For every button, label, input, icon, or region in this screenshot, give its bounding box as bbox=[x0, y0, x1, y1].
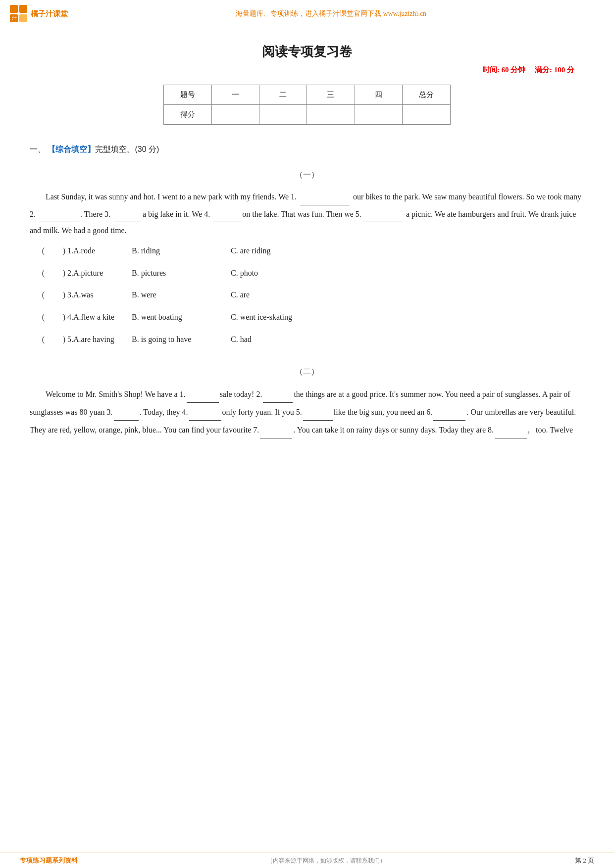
score-table: 题号 一 二 三 四 总分 得分 bbox=[163, 85, 451, 125]
svg-text:汁: 汁 bbox=[12, 15, 17, 21]
header-tagline: 海量题库、专项训练，进入橘子汁课堂官网下载 www.juzizhi.cn bbox=[78, 9, 584, 18]
time-label: 时间: bbox=[482, 66, 500, 74]
page-footer: 专项练习题系列资料 （内容来源于网络，如涉版权，请联系我们） 第 2 页 bbox=[0, 853, 614, 868]
footer-right: 第 2 页 bbox=[575, 856, 594, 865]
score-label: 满分: bbox=[535, 66, 552, 74]
score-value: 100 分 bbox=[554, 66, 574, 74]
logo-icon: 汁 bbox=[10, 5, 28, 23]
choice-row-4: ( ) 4.A.flew a kite B. went boating C. w… bbox=[30, 310, 584, 325]
score-table-score-4[interactable] bbox=[355, 105, 402, 125]
page-header: 汁 橘子汁课堂 海量题库、专项训练，进入橘子汁课堂官网下载 www.juzizh… bbox=[0, 0, 614, 28]
passage-1: Last Sunday, it was sunny and hot. I wen… bbox=[0, 188, 614, 239]
logo-text: 橘子汁课堂 bbox=[31, 9, 68, 19]
choices-section-1: ( ) 1.A.rode B. riding C. are riding ( )… bbox=[0, 244, 614, 347]
sub-section-1-label: （一） bbox=[0, 170, 614, 180]
score-table-header-1: 一 bbox=[212, 85, 259, 105]
score-table-header-3: 三 bbox=[307, 85, 355, 105]
score-table-score-2[interactable] bbox=[259, 105, 307, 125]
sub-section-2-label: （二） bbox=[0, 367, 614, 377]
footer-center: （内容来源于网络，如涉版权，请联系我们） bbox=[267, 857, 386, 865]
footer-left: 专项练习题系列资料 bbox=[20, 856, 78, 865]
section1-title: 一、一、【综合填空】完型填空。(30 分) 【综合填空】完型填空。(30 分) bbox=[0, 140, 614, 160]
passage2-text: Welcome to Mr. Smith's Shop! We have a 1… bbox=[30, 390, 576, 434]
svg-rect-0 bbox=[10, 5, 18, 13]
passage1-text: Last Sunday, it was sunny and hot. I wen… bbox=[30, 193, 581, 235]
score-table-header-5: 总分 bbox=[402, 85, 450, 105]
score-table-header-2: 二 bbox=[259, 85, 307, 105]
choice-row-5: ( ) 5.A.are having B. is going to have C… bbox=[30, 333, 584, 347]
choice-row-2: ( ) 2.A.picture B. pictures C. photo bbox=[30, 266, 584, 281]
score-table-header-4: 四 bbox=[355, 85, 402, 105]
logo-area: 汁 橘子汁课堂 bbox=[10, 5, 68, 23]
score-table-score-3[interactable] bbox=[307, 105, 355, 125]
score-table-score-total[interactable] bbox=[402, 105, 450, 125]
choice-row-1: ( ) 1.A.rode B. riding C. are riding bbox=[30, 244, 584, 258]
time-value: 60 分钟 bbox=[502, 66, 526, 74]
choice-row-3: ( ) 3.A.was B. were C. are bbox=[30, 288, 584, 302]
svg-rect-1 bbox=[19, 5, 27, 13]
score-table-row2-label: 得分 bbox=[164, 105, 212, 125]
score-table-score-1[interactable] bbox=[212, 105, 259, 125]
score-table-header-0: 题号 bbox=[164, 85, 212, 105]
time-score-info: 时间: 60 分钟 满分: 100 分 bbox=[0, 65, 614, 75]
svg-rect-3 bbox=[19, 14, 27, 22]
page-title: 阅读专项复习卷 bbox=[0, 43, 614, 60]
score-table-wrapper: 题号 一 二 三 四 总分 得分 bbox=[0, 85, 614, 125]
passage-2: Welcome to Mr. Smith's Shop! We have a 1… bbox=[0, 385, 614, 439]
page-number: 2 bbox=[583, 857, 586, 864]
